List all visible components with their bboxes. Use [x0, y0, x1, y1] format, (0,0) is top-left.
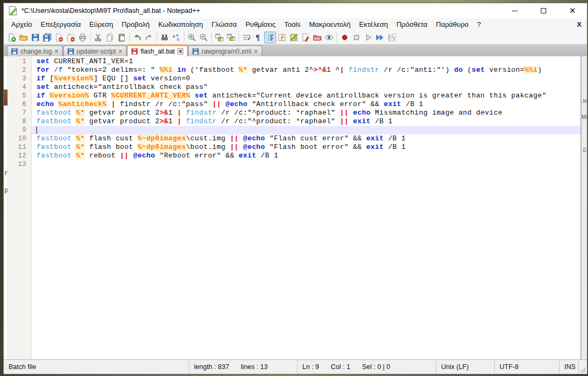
code-line[interactable]: 3if [%version%] EQU [] set version=0	[8, 74, 580, 83]
line-number[interactable]: 7	[8, 109, 32, 117]
line-number[interactable]: 1	[8, 57, 32, 66]
line-text[interactable]: fastboot %* getvar product 2>&1 | findst…	[32, 117, 580, 126]
line-text[interactable]: fastboot %* flash cust %~dp0images\cust.…	[32, 134, 580, 143]
menu-item--[interactable]: ?	[473, 19, 485, 29]
save-all-icon[interactable]	[41, 32, 53, 43]
menu-item-εκτέλεση[interactable]: Εκτέλεση	[355, 19, 392, 29]
close-file-icon[interactable]	[53, 32, 65, 43]
menubar-close-document-icon[interactable]: X	[577, 20, 582, 28]
macro-save-icon[interactable]	[386, 32, 398, 43]
indent-guide-icon[interactable]	[264, 32, 276, 43]
close-button[interactable]: ✕	[558, 3, 587, 18]
code-line[interactable]: 9	[8, 126, 580, 134]
macro-play-icon[interactable]	[362, 32, 374, 43]
resize-grip[interactable]	[579, 360, 587, 374]
line-text[interactable]: for /f "tokens=2 delims=: " %%i in ('fas…	[32, 66, 580, 74]
save-icon[interactable]	[29, 32, 41, 43]
undo-icon[interactable]	[131, 32, 143, 43]
code-line[interactable]: 2for /f "tokens=2 delims=: " %%i in ('fa…	[8, 66, 580, 74]
line-text[interactable]: set CURRENT_ANTI_VER=1	[32, 57, 580, 66]
macro-run-multiple-icon[interactable]	[374, 32, 386, 43]
zoom-out-icon[interactable]	[198, 32, 210, 43]
document-map-icon[interactable]	[288, 32, 300, 43]
find-icon[interactable]	[159, 32, 170, 43]
code-line[interactable]: 13	[8, 160, 580, 169]
line-text[interactable]: fastboot %* reboot || @echo "Reboot erro…	[32, 152, 580, 160]
line-text[interactable]	[32, 160, 580, 169]
current-line-text[interactable]	[32, 126, 580, 134]
redo-icon[interactable]	[143, 32, 155, 43]
editor[interactable]: 1set CURRENT_ANTI_VER=12for /f "tokens=2…	[8, 56, 581, 359]
cut-icon[interactable]	[92, 32, 104, 43]
replace-icon[interactable]: ab	[170, 32, 182, 43]
sync-horizontal-scrolling-icon[interactable]	[225, 32, 237, 43]
line-text[interactable]: fastboot %* getvar product 2>&1 | findst…	[32, 109, 580, 117]
menu-item-αρχείο[interactable]: Αρχείο	[7, 19, 36, 29]
code-line[interactable]: 8fastboot %* getvar product 2>&1 | finds…	[8, 117, 580, 126]
status-encoding[interactable]: UTF-8	[495, 360, 560, 374]
sync-vertical-scrolling-icon[interactable]	[213, 32, 225, 43]
menu-item-tools[interactable]: Tools	[280, 19, 304, 29]
menu-item-μακροεντολή[interactable]: Μακροεντολή	[305, 19, 355, 29]
macro-record-icon[interactable]	[339, 32, 351, 43]
line-number[interactable]: 12	[8, 152, 32, 160]
line-number[interactable]: 9	[8, 126, 32, 134]
tab-close-icon[interactable]: ×	[254, 48, 258, 55]
code-line[interactable]: 12fastboot %* reboot || @echo "Reboot er…	[8, 152, 580, 160]
tab-close-icon[interactable]: ×	[177, 48, 183, 55]
tab-flash-all-bat[interactable]: flash_all.bat ×	[127, 44, 188, 56]
menu-item-πρόσθετα[interactable]: Πρόσθετα	[392, 19, 432, 29]
code-area[interactable]: 1set CURRENT_ANTI_VER=12for /f "tokens=2…	[8, 57, 580, 169]
copy-icon[interactable]	[104, 32, 116, 43]
tab-updater-script[interactable]: updater-script ×	[63, 46, 126, 56]
code-line[interactable]: 6echo %anticheck% | findstr /r /c:"pass"…	[8, 100, 580, 109]
code-line[interactable]: 4set anticheck="antirollback check pass"	[8, 83, 580, 92]
menu-item-γλώσσα[interactable]: Γλώσσα	[207, 19, 241, 29]
tab-rawprogram0-xml[interactable]: rawprogram0.xml ×	[188, 46, 262, 56]
menu-item-παράθυρο[interactable]: Παράθυρο	[431, 19, 473, 29]
line-number[interactable]: 8	[8, 117, 32, 126]
status-eol-format[interactable]: Unix (LF)	[436, 360, 495, 374]
word-wrap-icon[interactable]	[241, 32, 252, 43]
code-line[interactable]: 1set CURRENT_ANTI_VER=1	[8, 57, 580, 66]
line-number[interactable]: 10	[8, 134, 32, 143]
menu-item-προβολή[interactable]: Προβολή	[117, 19, 154, 29]
function-list-icon[interactable]	[276, 32, 288, 43]
line-text[interactable]: echo %anticheck% | findstr /r /c:"pass" …	[32, 100, 580, 109]
folder-as-workspace-icon[interactable]	[311, 32, 323, 43]
line-text[interactable]: if [%version%] EQU [] set version=0	[32, 74, 580, 83]
status-insert-mode[interactable]: INS	[560, 360, 579, 374]
minimize-button[interactable]	[500, 3, 529, 18]
maximize-button[interactable]	[529, 3, 558, 18]
line-number[interactable]: 5	[8, 92, 32, 100]
document-list-icon[interactable]	[300, 32, 311, 43]
code-line[interactable]: 5if %version% GTR %CURRENT_ANTI_VER% set…	[8, 92, 580, 100]
tab-close-icon[interactable]: ×	[55, 48, 58, 55]
code-line[interactable]: 11fastboot %* flash boot %~dp0images\boo…	[8, 143, 580, 152]
show-all-characters-icon[interactable]: ¶	[252, 32, 264, 43]
macro-stop-icon[interactable]	[351, 32, 362, 43]
line-number[interactable]: 13	[8, 160, 32, 169]
menu-item-κωδικοποίηση[interactable]: Κωδικοποίηση	[154, 19, 207, 29]
new-file-icon[interactable]	[6, 32, 18, 43]
line-number[interactable]: 6	[8, 100, 32, 109]
line-number[interactable]: 4	[8, 83, 32, 92]
line-text[interactable]: fastboot %* flash boot %~dp0images\boot.…	[32, 143, 580, 152]
menu-item-επεξεργασία[interactable]: Επεξεργασία	[36, 19, 85, 29]
titlebar[interactable]: *C:\Users\kosta\Desktop\Mi9T Pro\flash_a…	[4, 3, 587, 18]
tab-close-icon[interactable]: ×	[118, 48, 122, 55]
code-line[interactable]: 7fastboot %* getvar product 2>&1 | finds…	[8, 109, 580, 117]
line-number[interactable]: 11	[8, 143, 32, 152]
line-number[interactable]: 2	[8, 66, 32, 74]
line-text[interactable]: if %version% GTR %CURRENT_ANTI_VER% set …	[32, 92, 580, 100]
open-file-icon[interactable]	[18, 32, 29, 43]
paste-icon[interactable]	[116, 32, 128, 43]
line-number[interactable]: 3	[8, 74, 32, 83]
menu-item-εύρεση[interactable]: Εύρεση	[85, 19, 117, 29]
menu-item-ρυθμίσεις[interactable]: Ρυθμίσεις	[241, 19, 280, 29]
code-line[interactable]: 10fastboot %* flash cust %~dp0images\cus…	[8, 134, 580, 143]
zoom-in-icon[interactable]	[186, 32, 198, 43]
tab-change-log[interactable]: change.log ×	[7, 46, 63, 56]
monitoring-eye-icon[interactable]	[323, 32, 335, 43]
print-icon[interactable]	[77, 32, 88, 43]
